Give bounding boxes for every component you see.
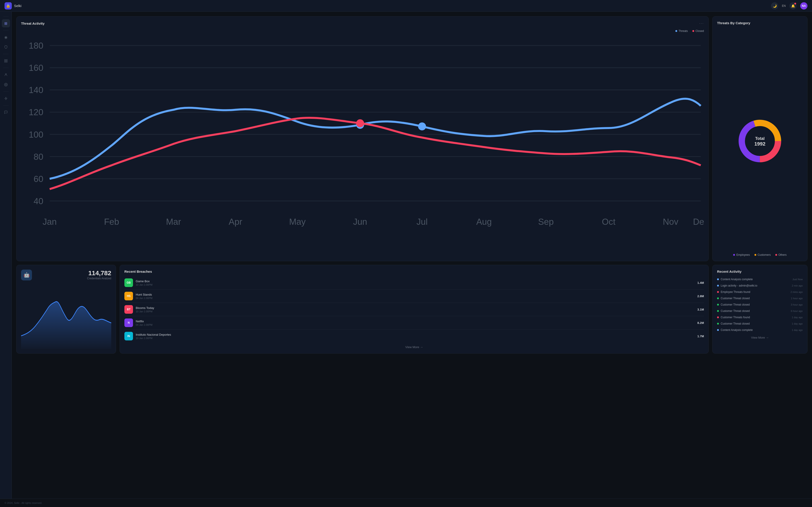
legend-employees: Employees [733,253,750,257]
donut-total-label: Total [755,136,765,141]
activity-time: 2 min ago [792,284,803,287]
activity-dot [717,317,719,318]
activity-view-more[interactable]: View More → [717,336,803,339]
credentials-header: 🤖 114,782 Credentials Analzed [21,270,111,280]
activity-text: Employee Threats found [721,290,789,293]
sidebar-item-chat[interactable] [2,108,10,116]
sidebar-item-dashboard[interactable]: ⊞ [2,19,10,27]
user-avatar[interactable]: NA [800,2,807,9]
sidebar-item-grid[interactable] [2,57,10,65]
breach-avatar: BT [124,305,133,314]
closed-point-jun [356,119,364,127]
legend-others: Others [775,253,786,257]
category-chart-header: Threats By Category [717,21,803,25]
activity-title: Recent Activity [717,270,803,273]
app-title: Selki [14,4,21,8]
svg-text:60: 60 [34,174,43,184]
activity-text: Customer Threat closed [721,322,790,325]
breaches-view-more[interactable]: View More → [124,345,704,349]
activity-time: 1 day ago [792,329,803,331]
employees-label: Employees [736,253,750,257]
breach-amount: 2.8M [697,294,704,298]
sidebar-item-user[interactable] [2,71,10,79]
breach-name: Game Box [136,280,695,283]
activity-dot [717,329,719,331]
threats-point-jul [418,122,426,130]
breach-date: 04 Jan 1:00PM [136,297,695,299]
activity-text: Customer Threats found [721,316,790,319]
chart-header: Threat Activity ··· [21,21,704,26]
donut-chart-container: Total 1992 [717,33,803,249]
breach-name: Netflix [136,320,695,323]
employees-dot [733,254,735,256]
activity-time: 1 hour ago [791,297,803,300]
main-content: Threat Activity ··· Threats Closed [12,12,812,499]
chart-menu-button[interactable]: ··· [699,21,704,26]
credentials-stats: 114,782 Credentials Analzed [87,270,111,280]
svg-text:100: 100 [29,130,43,139]
recent-activity-card: Recent Activity Content Analysis complet… [712,265,807,353]
svg-text:120: 120 [29,107,43,117]
breach-row: IN Instituto Nacional Deportes 10 Jan 1:… [124,330,704,343]
breach-avatar: HS [124,292,133,300]
svg-rect-1 [6,60,7,61]
svg-rect-2 [5,61,6,62]
activity-text: Content Analysis complete [721,278,791,281]
activity-row: Customer Threat closed 3 hour ago [717,301,803,308]
svg-text:160: 160 [29,63,43,73]
activity-row: Content Analysis complete 1 day ago [717,327,803,333]
svg-text:Feb: Feb [104,217,119,227]
language-button[interactable]: EN [782,4,786,7]
breach-amount: 3.1M [697,308,704,311]
threats-label: Threats [678,30,688,33]
breach-amount: 1.4M [697,281,704,284]
breaches-list: GB Game Box 10 Jan 1:00PM 1.4M HS Hunt S… [124,276,704,343]
credentials-card: 🤖 114,782 Credentials Analzed [16,265,116,353]
breach-info: Instituto Nacional Deportes 10 Jan 1:00P… [136,333,695,340]
svg-point-5 [5,84,6,85]
activity-text: Customer Threat closed [721,309,789,313]
sidebar: ⊞ ◉ [0,12,12,499]
svg-text:Oct: Oct [602,217,615,227]
breach-info: Game Box 10 Jan 1:00PM [136,280,695,286]
donut-chart-svg: Total 1992 [735,116,785,166]
svg-text:80: 80 [34,152,43,162]
footer: © 2024, Selki - All rights reserved. [0,499,812,507]
activity-time: Just Now [793,278,803,281]
breach-row: GB Game Box 10 Jan 1:00PM 1.4M [124,276,704,289]
activity-text: Customer Threat closed [721,297,789,300]
svg-text:Nov: Nov [663,217,678,227]
credentials-icon: 🤖 [21,270,32,280]
svg-marker-6 [5,97,7,100]
sidebar-item-shield[interactable] [2,43,10,51]
line-chart-svg: 180 160 140 120 100 80 60 40 [21,35,704,257]
sidebar-item-eye[interactable]: ◉ [2,33,10,41]
svg-text:Jun: Jun [353,217,367,227]
svg-text:Jul: Jul [416,217,427,227]
bell-button[interactable]: 🔔 [789,2,797,9]
breach-date: 10 Jan 1:00PM [136,310,695,313]
sidebar-item-bolt[interactable] [2,94,10,103]
credentials-label: Credentials Analzed [87,277,111,280]
others-label: Others [778,253,786,257]
breach-name: Hunt Stands [136,293,695,296]
activity-time: 3 hour ago [791,303,803,306]
svg-text:Mar: Mar [166,217,181,227]
threats-by-category-card: Threats By Category [712,16,807,261]
svg-text:Sep: Sep [538,217,554,227]
bottom-row: 🤖 114,782 Credentials Analzed [16,265,807,353]
svg-rect-3 [6,61,7,62]
breach-date: 04 Jan 1:00PM [136,324,695,326]
legend-threats: Threats [675,30,688,33]
activity-row: Customer Threat closed 1 day ago [717,321,803,327]
breach-amount: 8.2M [697,321,704,325]
moon-button[interactable]: 🌙 [771,2,778,9]
sidebar-item-gear[interactable] [2,80,10,89]
sidebar-divider-5 [3,105,9,106]
breach-date: 10 Jan 1:00PM [136,337,695,340]
svg-text:40: 40 [34,196,43,206]
recent-breaches-card: Recent Breaches GB Game Box 10 Jan 1:00P… [120,265,709,353]
breach-amount: 1.7M [697,335,704,338]
activity-dot [717,304,719,305]
activity-dot [717,285,719,287]
